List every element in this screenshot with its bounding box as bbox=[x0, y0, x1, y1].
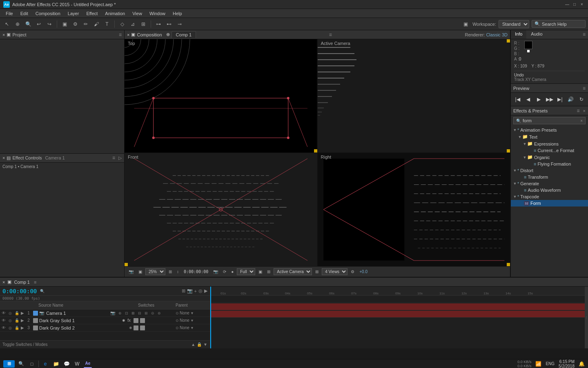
minimize-button[interactable]: — bbox=[564, 2, 570, 7]
tl-tab-name[interactable]: Comp 1 bbox=[14, 280, 30, 285]
l2-lock[interactable]: 🔓 bbox=[15, 319, 20, 323]
menu-composition[interactable]: Composition bbox=[32, 10, 64, 17]
lang-indicator[interactable]: ENG bbox=[546, 361, 555, 366]
close-button[interactable]: × bbox=[579, 2, 585, 7]
comp-settings-btn[interactable]: ⚙ bbox=[349, 269, 356, 274]
tree-distort[interactable]: ▼ * Distort bbox=[511, 167, 588, 174]
project-panel-menu[interactable]: ≡ bbox=[119, 32, 122, 38]
menu-effect[interactable]: Effect bbox=[83, 10, 101, 17]
puppet-tool[interactable]: ⊷ bbox=[165, 20, 174, 29]
info-tab[interactable]: Info bbox=[511, 30, 527, 39]
prev-play[interactable]: ▶▶ bbox=[546, 95, 554, 103]
select-tool[interactable]: ↖ bbox=[2, 20, 11, 29]
menu-animation[interactable]: Animation bbox=[102, 10, 128, 17]
preview-menu-btn[interactable]: ≡ bbox=[583, 85, 586, 91]
menu-help[interactable]: Help bbox=[169, 10, 185, 17]
info-menu-btn[interactable]: ≡ bbox=[580, 30, 588, 39]
l3-solo[interactable]: ◎ bbox=[9, 326, 13, 330]
l2-parent-arrow[interactable]: ▼ bbox=[190, 319, 194, 323]
zoom-select[interactable]: 25% bbox=[145, 268, 165, 275]
tree-audio-waveform[interactable]: ▶ ≡ Audio Waveform bbox=[511, 187, 588, 193]
taskbar-search[interactable]: 🔍 bbox=[17, 360, 25, 368]
l1-parent-arrow[interactable]: ▼ bbox=[190, 311, 194, 315]
tree-transform[interactable]: ▶ ≡ Transform bbox=[511, 174, 588, 180]
tree-text[interactable]: ▼ 📁 Text bbox=[511, 133, 588, 140]
l3-sw-color[interactable] bbox=[134, 325, 138, 330]
grid-btn[interactable]: ▣ bbox=[137, 269, 144, 274]
l2-switch-icon[interactable]: ✱ bbox=[122, 319, 125, 323]
taskbar-explorer[interactable]: 📁 bbox=[52, 360, 60, 368]
timecode-display[interactable]: 0:00:00:00 bbox=[184, 269, 208, 274]
tl-comp-btn[interactable]: ◎ bbox=[198, 288, 203, 294]
ec-menu-btn[interactable]: ≡ bbox=[112, 155, 115, 161]
tl-stagger-btn[interactable]: ⊞ bbox=[182, 288, 185, 294]
help-search-input[interactable] bbox=[542, 22, 583, 27]
close-effect-icon[interactable]: × bbox=[2, 155, 5, 160]
text-tool[interactable]: T bbox=[102, 20, 111, 29]
transparency-btn[interactable]: ⊞ bbox=[265, 269, 272, 274]
tl-search-btn[interactable]: 🔍 bbox=[40, 289, 45, 293]
fx-search-bar[interactable]: 🔍 × bbox=[513, 117, 586, 124]
tl-timecode[interactable]: 0:00:00:00 bbox=[2, 288, 37, 294]
brush-tool[interactable]: 🖌 bbox=[92, 20, 101, 29]
snapshot-btn[interactable]: 📷 bbox=[127, 269, 135, 274]
tree-current-format[interactable]: ▶ ≡ Current...e Format bbox=[511, 147, 588, 154]
menu-window[interactable]: Window bbox=[146, 10, 169, 17]
menu-layer[interactable]: Layer bbox=[65, 10, 82, 17]
taskbar-word[interactable]: W bbox=[73, 360, 81, 368]
l2-sw-color2[interactable] bbox=[140, 318, 145, 323]
l1-sw3[interactable]: ⊠ bbox=[130, 310, 136, 316]
fx-menu-btn[interactable]: ≡ bbox=[577, 108, 580, 114]
tree-expressions[interactable]: ▼ 📁 Expressions bbox=[511, 140, 588, 147]
menu-file[interactable]: File bbox=[2, 10, 16, 17]
l3-switch-icon[interactable]: ✱ bbox=[129, 326, 132, 330]
comp-menu-btn[interactable]: ≡ bbox=[329, 32, 332, 38]
l1-color[interactable] bbox=[33, 311, 38, 316]
help-search-bar[interactable]: 🔍 bbox=[532, 20, 586, 28]
tl-render-btn[interactable]: ▶ bbox=[204, 288, 207, 294]
orbit-camera-tool[interactable]: ⊕ bbox=[13, 20, 22, 29]
tree-organic[interactable]: ▼ 📁 Organic bbox=[511, 154, 588, 161]
l2-vis[interactable]: 👁 bbox=[2, 318, 7, 323]
taskbar-task-view[interactable]: □ bbox=[28, 360, 36, 368]
track3-clip[interactable] bbox=[210, 311, 588, 317]
l1-sw1[interactable]: ⊛ bbox=[117, 310, 123, 316]
close-timeline-icon[interactable]: × bbox=[2, 280, 5, 285]
l3-vis[interactable]: 👁 bbox=[2, 325, 7, 330]
l3-name[interactable]: Dark Gray Solid 2 bbox=[39, 325, 128, 330]
motion-blur-btn[interactable]: ⟳ bbox=[221, 269, 228, 274]
resolution-select[interactable]: Full bbox=[237, 268, 255, 275]
tl-nav-down[interactable]: ▼ bbox=[203, 342, 207, 347]
tl-menu-btn[interactable]: ≡ bbox=[34, 280, 36, 285]
tl-nav-up[interactable]: ▲ bbox=[191, 342, 195, 347]
tree-trapcode[interactable]: ▼ * Trapcode bbox=[511, 193, 588, 200]
null-tool[interactable]: ⊸ bbox=[175, 20, 184, 29]
close-comp-icon[interactable]: × bbox=[127, 32, 129, 37]
l1-solo[interactable]: ◎ bbox=[9, 311, 13, 315]
tree-flying-formation[interactable]: ▶ ≡ Flying Formation bbox=[511, 161, 588, 167]
region-btn[interactable]: ▣ bbox=[257, 269, 264, 274]
audio-tab[interactable]: Audio bbox=[527, 30, 547, 39]
menu-view[interactable]: View bbox=[129, 10, 145, 17]
taskbar-store[interactable]: 💬 bbox=[62, 360, 71, 368]
start-button[interactable]: ⊞ bbox=[3, 360, 15, 368]
l3-parent-arrow[interactable]: ▼ bbox=[190, 326, 194, 330]
prev-last-frame[interactable]: ▶| bbox=[556, 95, 564, 103]
prev-loop[interactable]: ↻ bbox=[577, 95, 586, 103]
l1-sw5[interactable]: ⊞ bbox=[143, 310, 149, 316]
prev-audio[interactable]: 🔊 bbox=[567, 95, 575, 103]
pen-tool[interactable]: ✏ bbox=[81, 20, 90, 29]
toggle-switches-modes[interactable]: Toggle Switches / Modes bbox=[2, 342, 48, 347]
prev-prev-frame[interactable]: ◀ bbox=[524, 95, 532, 103]
l1-sw7[interactable]: ⊜ bbox=[156, 310, 162, 316]
l1-name[interactable]: Camera 1 bbox=[46, 311, 109, 316]
l3-lock[interactable]: 🔓 bbox=[15, 326, 20, 330]
l2-arrow[interactable]: ▶ bbox=[21, 318, 24, 323]
timeline-resize-handle[interactable]: ⋮ bbox=[585, 287, 588, 348]
track2-clip[interactable] bbox=[210, 303, 588, 310]
shape-tool[interactable]: ◇ bbox=[118, 20, 127, 29]
l3-arrow[interactable]: ▶ bbox=[21, 325, 24, 330]
taskbar-ie[interactable]: e bbox=[41, 360, 49, 368]
clone-tool[interactable]: ⊞ bbox=[139, 20, 148, 29]
notifications-icon[interactable]: 🔔 bbox=[579, 361, 585, 367]
